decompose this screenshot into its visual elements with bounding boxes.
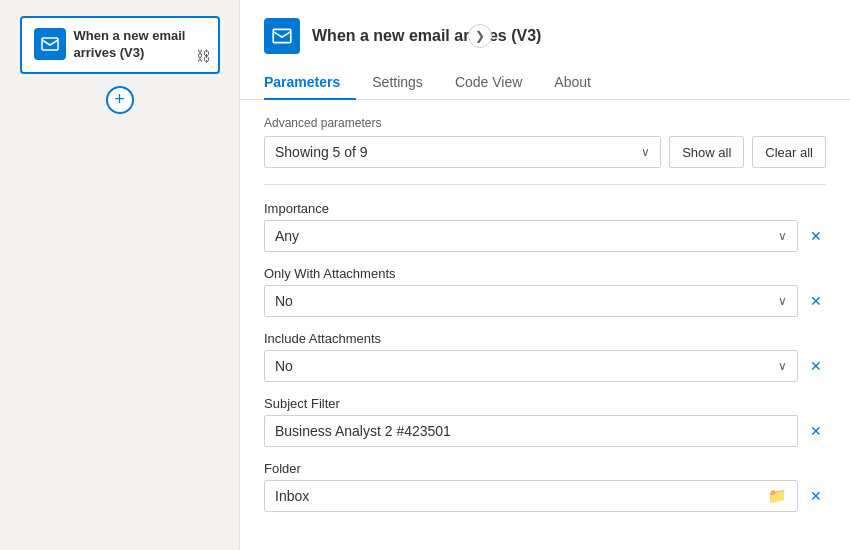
importance-group: Importance Any ∨ ✕ xyxy=(264,201,826,252)
tab-settings[interactable]: Settings xyxy=(356,66,439,100)
importance-dropdown[interactable]: Any ∨ xyxy=(264,220,798,252)
trigger-icon xyxy=(34,28,66,60)
only-with-attachments-group: Only With Attachments No ∨ ✕ xyxy=(264,266,826,317)
advanced-params-row: Showing 5 of 9 ∨ Show all Clear all xyxy=(264,136,826,168)
sidebar: When a new email arrives (V3) ⛓ + xyxy=(0,0,240,550)
svg-rect-0 xyxy=(42,38,58,50)
link-icon: ⛓ xyxy=(196,48,210,64)
folder-remove-button[interactable]: ✕ xyxy=(806,486,826,506)
add-step-button[interactable]: + xyxy=(106,86,134,114)
folder-label: Folder xyxy=(264,461,826,476)
main-panel: When a new email arrives (V3) Parameters… xyxy=(240,0,850,550)
collapse-button[interactable]: ❯ xyxy=(468,24,492,48)
folder-browse-icon: 📁 xyxy=(768,487,787,505)
subject-filter-label: Subject Filter xyxy=(264,396,826,411)
only-with-attachments-remove-button[interactable]: ✕ xyxy=(806,291,826,311)
only-with-attachments-chevron-icon: ∨ xyxy=(778,294,787,308)
showing-chevron-icon: ∨ xyxy=(641,145,650,159)
importance-label: Importance xyxy=(264,201,826,216)
subject-filter-value: Business Analyst 2 #423501 xyxy=(275,423,451,439)
only-with-attachments-row: No ∨ ✕ xyxy=(264,285,826,317)
panel-header: When a new email arrives (V3) xyxy=(240,0,850,54)
folder-value: Inbox xyxy=(275,488,309,504)
include-attachments-dropdown[interactable]: No ∨ xyxy=(264,350,798,382)
tabs: Parameters Settings Code View About xyxy=(240,66,850,100)
tab-about[interactable]: About xyxy=(538,66,607,100)
showing-dropdown[interactable]: Showing 5 of 9 ∨ xyxy=(264,136,661,168)
include-attachments-chevron-icon: ∨ xyxy=(778,359,787,373)
include-attachments-row: No ∨ ✕ xyxy=(264,350,826,382)
folder-input[interactable]: Inbox 📁 xyxy=(264,480,798,512)
folder-group: Folder Inbox 📁 ✕ xyxy=(264,461,826,512)
header-icon xyxy=(264,18,300,54)
trigger-card[interactable]: When a new email arrives (V3) ⛓ xyxy=(20,16,220,74)
clear-all-button[interactable]: Clear all xyxy=(752,136,826,168)
only-with-attachments-value: No xyxy=(275,293,293,309)
subject-filter-input[interactable]: Business Analyst 2 #423501 xyxy=(264,415,798,447)
panel-title: When a new email arrives (V3) xyxy=(312,27,541,45)
only-with-attachments-dropdown[interactable]: No ∨ xyxy=(264,285,798,317)
folder-row: Inbox 📁 ✕ xyxy=(264,480,826,512)
advanced-params-label: Advanced parameters xyxy=(264,116,826,130)
subject-filter-group: Subject Filter Business Analyst 2 #42350… xyxy=(264,396,826,447)
subject-filter-row: Business Analyst 2 #423501 ✕ xyxy=(264,415,826,447)
include-attachments-group: Include Attachments No ∨ ✕ xyxy=(264,331,826,382)
content-area: Advanced parameters Showing 5 of 9 ∨ Sho… xyxy=(240,100,850,550)
include-attachments-label: Include Attachments xyxy=(264,331,826,346)
divider xyxy=(264,184,826,185)
subject-filter-remove-button[interactable]: ✕ xyxy=(806,421,826,441)
importance-remove-button[interactable]: ✕ xyxy=(806,226,826,246)
svg-rect-1 xyxy=(273,29,291,42)
only-with-attachments-label: Only With Attachments xyxy=(264,266,826,281)
include-attachments-remove-button[interactable]: ✕ xyxy=(806,356,826,376)
tab-parameters[interactable]: Parameters xyxy=(264,66,356,100)
tab-code-view[interactable]: Code View xyxy=(439,66,538,100)
show-all-button[interactable]: Show all xyxy=(669,136,744,168)
include-attachments-value: No xyxy=(275,358,293,374)
showing-text: Showing 5 of 9 xyxy=(275,144,368,160)
importance-row: Any ∨ ✕ xyxy=(264,220,826,252)
trigger-label: When a new email arrives (V3) xyxy=(74,28,206,62)
importance-chevron-icon: ∨ xyxy=(778,229,787,243)
importance-value: Any xyxy=(275,228,299,244)
